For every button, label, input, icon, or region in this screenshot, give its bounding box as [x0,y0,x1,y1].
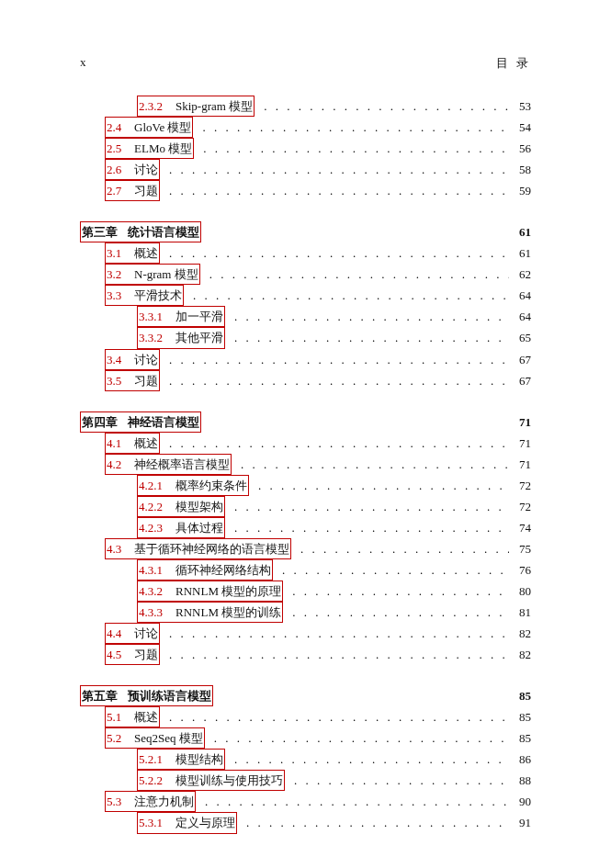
toc-entry-link[interactable]: 3.3.2其他平滑 [137,327,225,348]
toc-entry-title: 定义与原理 [175,816,235,829]
toc-section[interactable]: 5.3注意力机制90 [80,791,531,812]
toc-entry-title: 模型架构 [175,500,223,513]
toc-entry-link[interactable]: 4.2.1概率约束条件 [137,475,249,496]
toc-entry-page: 88 [511,771,531,790]
toc-entry-link[interactable]: 2.7习题 [105,180,160,201]
toc-entry-link[interactable]: 2.4GloVe 模型 [105,117,193,138]
toc-section[interactable]: 4.4讨论82 [80,623,531,644]
toc-entry-link[interactable]: 5.2Seq2Seq 模型 [105,727,205,749]
toc-subsection[interactable]: 4.2.3具体过程74 [80,517,531,538]
toc-leaders [169,243,509,263]
toc-entry-link[interactable]: 4.3.1循环神经网络结构 [137,559,273,581]
toc-subsection[interactable]: 3.3.1加一平滑64 [80,306,531,327]
toc-subsection[interactable]: 3.3.2其他平滑65 [80,327,531,348]
toc-section[interactable]: 2.6讨论58 [80,159,531,180]
toc-leaders [241,455,509,474]
page-number-marker: x [80,55,86,72]
toc-entry-page: 61 [511,243,531,263]
toc-entry-link[interactable]: 4.5习题 [105,644,160,665]
toc-entry-number: 4.2.2 [139,497,175,516]
toc-chapter[interactable]: 第五章预训练语言模型85 [80,685,531,706]
toc: 2.3.2Skip-gram 模型532.4GloVe 模型542.5ELMo … [80,96,531,834]
toc-leaders [234,328,509,347]
toc-entry-title: 讨论 [134,353,158,366]
toc-entry-page: 80 [511,581,531,601]
toc-section[interactable]: 4.3基于循环神经网络的语言模型75 [80,538,531,559]
toc-subsection[interactable]: 4.2.1概率约束条件72 [80,475,531,496]
toc-chapter-link[interactable]: 第五章预训练语言模型 [80,685,213,706]
toc-entry-title: 循环神经网络结构 [175,563,271,577]
toc-entry-link[interactable]: 5.1概述 [105,706,160,727]
toc-leaders [214,728,509,748]
toc-entry-link[interactable]: 4.1概述 [105,433,160,454]
toc-entry-page: 81 [511,603,531,622]
toc-subsection[interactable]: 5.2.2模型训练与使用技巧88 [80,770,531,791]
toc-entry-link[interactable]: 2.3.2Skip-gram 模型 [137,96,255,117]
toc-subsection[interactable]: 2.3.2Skip-gram 模型53 [80,96,531,117]
toc-section[interactable]: 4.1概述71 [80,433,531,454]
toc-subsection[interactable]: 4.3.3RNNLM 模型的训练81 [80,602,531,623]
toc-subsection[interactable]: 5.2.1模型结构86 [80,749,531,770]
toc-subsection[interactable]: 4.3.1循环神经网络结构76 [80,559,531,581]
toc-entry-link[interactable]: 2.6讨论 [105,159,160,180]
toc-subsection[interactable]: 4.3.2RNNLM 模型的原理80 [80,581,531,602]
toc-entry-link[interactable]: 4.4讨论 [105,623,160,644]
toc-leaders [292,581,509,601]
toc-entry-page: 54 [511,118,531,137]
toc-entry-number: 4.2.3 [139,518,175,537]
toc-section[interactable]: 3.2N-gram 模型62 [80,264,531,285]
toc-entry-link[interactable]: 4.2神经概率语言模型 [105,454,232,475]
toc-entry-number: 5.2 [107,728,134,748]
toc-entry-title: 其他平滑 [175,331,223,344]
toc-section[interactable]: 4.2神经概率语言模型71 [80,454,531,475]
toc-entry-link[interactable]: 4.2.3具体过程 [137,517,225,538]
toc-leaders [202,118,509,137]
toc-entry-number: 5.3.1 [139,813,175,832]
toc-entry-page: 61 [511,222,531,242]
toc-entry-link[interactable]: 4.2.2模型架构 [137,496,225,517]
toc-entry-link[interactable]: 3.4讨论 [105,349,160,370]
toc-chapter-link[interactable]: 第四章神经语言模型 [80,411,201,433]
toc-section[interactable]: 3.5习题67 [80,370,531,391]
toc-entry-link[interactable]: 3.3.1加一平滑 [137,306,225,327]
toc-entry-link[interactable]: 4.3基于循环神经网络的语言模型 [105,538,291,559]
toc-chapter[interactable]: 第四章神经语言模型71 [80,411,531,433]
toc-entry-link[interactable]: 5.3.1定义与原理 [137,812,237,833]
toc-leaders [203,139,509,158]
toc-section[interactable]: 3.4讨论67 [80,349,531,370]
toc-subsection[interactable]: 4.2.2模型架构72 [80,496,531,517]
toc-entry-title: RNNLM 模型的原理 [175,584,281,598]
toc-entry-page: 53 [511,96,531,116]
toc-entry-link[interactable]: 3.5习题 [105,370,160,391]
toc-entry-link[interactable]: 5.2.1模型结构 [137,749,225,770]
toc-leaders [169,371,509,390]
toc-entry-page: 82 [511,624,531,643]
toc-leaders [234,307,509,326]
toc-entry-link[interactable]: 3.2N-gram 模型 [105,264,200,285]
toc-entry-number: 3.3.1 [139,307,175,326]
toc-entry-link[interactable]: 5.3注意力机制 [105,791,196,812]
toc-entry-page: 58 [511,160,531,179]
toc-entry-link[interactable]: 5.2.2模型训练与使用技巧 [137,770,285,791]
toc-entry-link[interactable]: 3.3平滑技术 [105,285,184,306]
toc-section[interactable]: 3.3平滑技术64 [80,285,531,306]
toc-entry-link[interactable]: 2.5ELMo 模型 [105,138,194,159]
toc-entry-link[interactable]: 4.3.2RNNLM 模型的原理 [137,581,283,602]
toc-entry-number: 4.3.2 [139,581,175,601]
toc-section[interactable]: 5.2Seq2Seq 模型85 [80,727,531,749]
toc-chapter[interactable]: 第三章统计语言模型61 [80,221,531,242]
toc-section[interactable]: 3.1概述61 [80,242,531,264]
toc-entry-link[interactable]: 3.1概述 [105,242,160,264]
toc-subsection[interactable]: 5.3.1定义与原理91 [80,812,531,833]
toc-section[interactable]: 2.7习题59 [80,180,531,201]
toc-section[interactable]: 2.5ELMo 模型56 [80,138,531,159]
toc-section[interactable]: 5.1概述85 [80,706,531,727]
toc-leaders [234,750,509,769]
toc-entry-number: 第五章 [82,686,128,705]
toc-entry-page: 85 [511,728,531,748]
toc-section[interactable]: 2.4GloVe 模型54 [80,117,531,138]
toc-entry-page: 67 [511,350,531,369]
toc-chapter-link[interactable]: 第三章统计语言模型 [80,221,201,242]
toc-section[interactable]: 4.5习题82 [80,644,531,665]
toc-entry-link[interactable]: 4.3.3RNNLM 模型的训练 [137,602,283,623]
